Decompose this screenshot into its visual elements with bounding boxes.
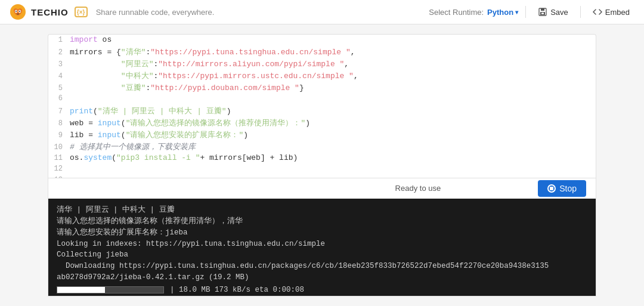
- divider: [525, 6, 526, 18]
- brand-name: TECHIO: [31, 7, 69, 17]
- save-label: Save: [550, 8, 568, 17]
- code-line-11: 11 os.system("pip3 install -i "+ mirrors…: [48, 153, 596, 164]
- save-icon: [538, 7, 547, 17]
- runtime-value-text: Python: [487, 8, 513, 17]
- stop-button[interactable]: Stop: [538, 180, 586, 197]
- divider2: [580, 6, 581, 18]
- svg-rect-6: [541, 8, 544, 11]
- code-line-1: 1 import os: [48, 35, 596, 46]
- terminal-line-1: 清华 | 阿里云 | 中科大 | 豆瓣: [57, 205, 587, 216]
- tagline: Share runnable code, everywhere.: [96, 8, 215, 17]
- code-line-12: 12: [48, 164, 596, 175]
- terminal-line-7: ab0278d9792a2/jieba-0.42.1.tar.gz (19.2 …: [57, 272, 587, 283]
- terminal-body: 清华 | 阿里云 | 中科大 | 豆瓣 请输入您想选择的镜像源名称（推荐使用清华…: [48, 199, 596, 296]
- header: TECHIO {×} Share runnable code, everywhe…: [0, 0, 644, 24]
- code-line-4: 4 "中科大":"https://pypi.mirrors.ustc.edu.c…: [48, 70, 596, 82]
- svg-point-3: [16, 11, 17, 12]
- stop-label: Stop: [559, 184, 577, 193]
- stop-square-icon: [550, 187, 553, 190]
- code-line-10: 10 # 选择其中一个镜像源，下载安装库: [48, 141, 596, 153]
- runtime-dropdown[interactable]: Python ▾: [487, 8, 518, 17]
- progress-bar-inner: [57, 287, 105, 293]
- runtime-selector: Select Runtime: Python ▾: [429, 8, 518, 17]
- svg-rect-8: [541, 13, 544, 14]
- embed-icon: [593, 7, 602, 17]
- runtime-label: Select Runtime:: [429, 8, 484, 17]
- header-right: Select Runtime: Python ▾ Save Em: [429, 5, 634, 19]
- progress-text: | 18.0 MB 173 kB/s eta 0:00:08: [170, 285, 304, 296]
- code-line-3: 3 "阿里云":"http://mirrors.aliyun.com/pypi/…: [48, 58, 596, 70]
- code-line-7: 7 print("清华 | 阿里云 | 中科大 | 豆瓣"): [48, 105, 596, 117]
- code-line-9: 9 lib = input("请输入您想安装的扩展库名称："): [48, 129, 596, 141]
- main-content: 1 import os 2 mirrors = {"清华":"https://p…: [0, 24, 644, 306]
- svg-point-4: [19, 11, 20, 12]
- terminal-line-5: Collecting jieba: [57, 249, 587, 261]
- terminal-line-4: Looking in indexes: https://pypi.tuna.ts…: [57, 239, 587, 250]
- code-line-2: 2 mirrors = {"清华":"https://pypi.tuna.tsi…: [48, 46, 596, 58]
- terminal-status: Ready to use: [298, 184, 538, 193]
- logo-icon: [10, 4, 26, 20]
- code-lines: 1 import os 2 mirrors = {"清华":"https://p…: [48, 35, 596, 178]
- progress-bar-outer: [57, 286, 164, 293]
- logo-area: TECHIO {×} Share runnable code, everywhe…: [10, 4, 214, 20]
- stop-icon: [547, 184, 556, 193]
- terminal-header: Ready to use Stop: [48, 178, 596, 199]
- code-line-8: 8 web = input("请输入您想选择的镜像源名称（推荐使用清华）："): [48, 117, 596, 129]
- embed-button[interactable]: Embed: [588, 5, 634, 19]
- code-line-5: 5 "豆瓣":"http://pypi.douban.com/simple "}: [48, 82, 596, 94]
- terminal-line-2: 请输入您想选择的镜像源名称（推荐使用清华），清华: [57, 216, 587, 227]
- embed-label: Embed: [605, 8, 630, 17]
- chevron-down-icon: ▾: [515, 9, 518, 16]
- progress-bar-container: | 18.0 MB 173 kB/s eta 0:00:08: [57, 285, 587, 296]
- brand-badge-icon: {×}: [75, 7, 88, 17]
- save-button[interactable]: Save: [533, 5, 573, 19]
- code-editor[interactable]: 1 import os 2 mirrors = {"清华":"https://p…: [48, 34, 596, 178]
- terminal-line-6: Downloading https://pypi.tuna.tsinghua.e…: [57, 261, 587, 272]
- terminal-line-3: 请输入您想安装的扩展库名称：jieba: [57, 227, 587, 239]
- code-line-6: 6: [48, 94, 596, 105]
